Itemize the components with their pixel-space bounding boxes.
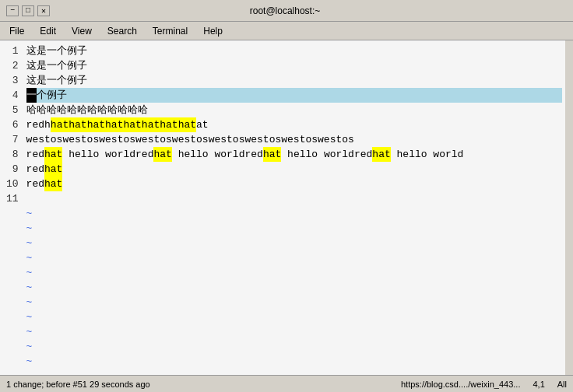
close-button[interactable]: ✕	[37, 5, 50, 16]
status-change: 1 change; before #51 29 seconds ago	[6, 380, 150, 389]
menu-search[interactable]: Search	[101, 24, 143, 38]
code-line-1: 这是一个例子	[26, 44, 562, 58]
menu-help[interactable]: Help	[197, 24, 229, 38]
code-line-6: redhhathathathathathathathatat	[26, 117, 562, 132]
status-url: https://blog.csd..../weixin_443...	[401, 380, 520, 389]
status-right: https://blog.csd..../weixin_443... 4,1 A…	[401, 380, 567, 389]
code-line-2: 这是一个例子	[26, 58, 562, 73]
tilde-line-num	[6, 236, 19, 250]
status-scroll: All	[557, 380, 567, 389]
line-number-4: 4	[6, 88, 19, 103]
tilde-line-num	[6, 354, 19, 369]
line-number-8: 8	[6, 147, 19, 162]
line-number-2: 2	[6, 58, 19, 73]
code-line-11	[26, 191, 562, 206]
tilde-line: ~	[26, 236, 562, 250]
minimize-button[interactable]: −	[6, 5, 19, 16]
tilde-line: ~	[26, 221, 562, 236]
tilde-line: ~	[26, 310, 562, 324]
tilde-line-num	[6, 369, 19, 375]
code-area[interactable]: 这是一个例子这是一个例子这是一个例子一个例子哈哈哈哈哈哈哈哈哈哈哈哈redhha…	[23, 40, 565, 375]
tilde-line-num	[6, 339, 19, 354]
tilde-line-num	[6, 295, 19, 310]
statusbar: 1 change; before #51 29 seconds ago http…	[0, 375, 573, 392]
tilde-line: ~	[26, 250, 562, 265]
line-number-10: 10	[6, 177, 19, 191]
window-title: root@localhost:~	[50, 5, 520, 16]
tilde-line-num	[6, 310, 19, 324]
menu-edit[interactable]: Edit	[33, 24, 62, 38]
code-line-8: redhat hello worldredhat hello worldredh…	[26, 147, 562, 162]
line-number-9: 9	[6, 162, 19, 177]
code-line-10: redhat	[26, 177, 562, 191]
tilde-line: ~	[26, 206, 562, 221]
titlebar-left: − □ ✕	[6, 5, 50, 16]
tilde-line-num	[6, 324, 19, 339]
line-number-3: 3	[6, 73, 19, 88]
code-line-3: 这是一个例子	[26, 73, 562, 88]
tilde-line: ~	[26, 295, 562, 310]
menu-view[interactable]: View	[65, 24, 98, 38]
tilde-line-num	[6, 221, 19, 236]
line-number-11: 11	[6, 191, 19, 206]
line-number-7: 7	[6, 132, 19, 147]
tilde-line: ~	[26, 324, 562, 339]
line-number-1: 1	[6, 44, 19, 58]
tilde-line: ~	[26, 280, 562, 295]
tilde-line-num	[6, 250, 19, 265]
status-position: 4,1	[533, 380, 544, 389]
tilde-line: ~	[26, 369, 562, 375]
titlebar: − □ ✕ root@localhost:~	[0, 0, 573, 22]
editor: 1234567891011 这是一个例子这是一个例子这是一个例子一个例子哈哈哈哈…	[0, 40, 573, 375]
line-number-6: 6	[6, 117, 19, 132]
editor-content: 1234567891011 这是一个例子这是一个例子这是一个例子一个例子哈哈哈哈…	[0, 40, 573, 375]
code-line-4: 一个例子	[26, 88, 562, 103]
menubar: File Edit View Search Terminal Help	[0, 22, 573, 40]
tilde-line: ~	[26, 265, 562, 280]
scrollbar[interactable]	[565, 40, 573, 375]
maximize-button[interactable]: □	[22, 5, 34, 16]
tilde-line-num	[6, 206, 19, 221]
tilde-line: ~	[26, 354, 562, 369]
menu-file[interactable]: File	[3, 24, 30, 38]
tilde-line-num	[6, 280, 19, 295]
code-line-7: westoswestoswestoswestoswestoswestoswest…	[26, 132, 562, 147]
line-number-5: 5	[6, 103, 19, 117]
tilde-line-num	[6, 265, 19, 280]
code-line-5: 哈哈哈哈哈哈哈哈哈哈哈哈	[26, 103, 562, 117]
code-line-9: redhat	[26, 162, 562, 177]
line-numbers: 1234567891011	[0, 40, 23, 375]
menu-terminal[interactable]: Terminal	[146, 24, 194, 38]
tilde-line: ~	[26, 339, 562, 354]
